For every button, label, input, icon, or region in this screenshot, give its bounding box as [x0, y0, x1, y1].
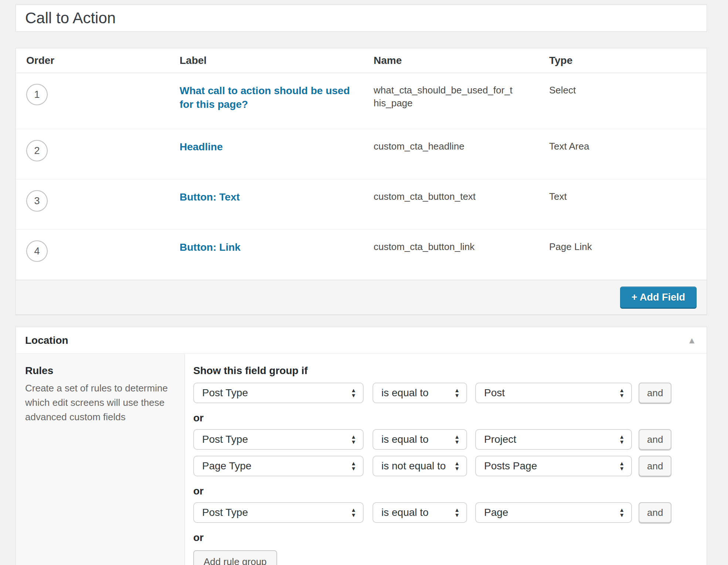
fields-table-panel: Order Label Name Type 1 What call to act…	[16, 48, 707, 315]
add-field-button[interactable]: + Add Field	[620, 287, 697, 308]
rule-value-select[interactable]: Post ▲▼	[475, 383, 632, 403]
label-cell: What call to action should be used for t…	[169, 73, 363, 129]
selected-value: Page Type	[202, 460, 251, 472]
add-and-rule-button[interactable]: and	[639, 456, 671, 476]
rule-value-select[interactable]: Project ▲▼	[475, 429, 632, 450]
selected-value: Post Type	[202, 434, 248, 445]
field-order-number: 3	[34, 195, 40, 207]
field-order-number: 2	[34, 145, 40, 157]
field-name: custom_cta_button_link	[363, 230, 522, 280]
selected-value: Posts Page	[484, 460, 537, 472]
field-label-link[interactable]: Button: Text	[180, 190, 240, 204]
select-arrows-icon: ▲▼	[454, 388, 460, 398]
location-rule-row: Post Type ▲▼ is equal to ▲▼ Page ▲▼ and	[193, 502, 698, 523]
select-arrows-icon: ▲▼	[619, 388, 625, 398]
rules-sidebar: Rules Create a set of rules to determine…	[16, 354, 185, 565]
select-arrows-icon: ▲▼	[351, 507, 356, 518]
select-arrows-icon: ▲▼	[351, 388, 356, 398]
field-type: Text Area	[539, 129, 707, 179]
field-label-link[interactable]: What call to action should be used for t…	[180, 84, 356, 111]
field-order-handle[interactable]: 4	[26, 240, 48, 262]
select-arrows-icon: ▲▼	[454, 507, 460, 518]
field-group-title-input[interactable]	[16, 4, 707, 32]
field-name: custom_cta_button_text	[363, 179, 522, 229]
field-type: Page Link	[539, 230, 707, 280]
select-arrows-icon: ▲▼	[619, 461, 625, 471]
rule-param-select[interactable]: Post Type ▲▼	[193, 429, 364, 450]
selected-value: is not equal to	[381, 460, 446, 472]
select-arrows-icon: ▲▼	[351, 434, 356, 445]
selected-value: Page	[484, 507, 508, 518]
rule-operator-select[interactable]: is equal to ▲▼	[372, 502, 467, 523]
order-cell: 2	[16, 129, 169, 179]
rule-param-select[interactable]: Page Type ▲▼	[193, 456, 364, 476]
selected-value: Post	[484, 387, 505, 399]
or-separator-label: or	[193, 532, 698, 544]
rule-operator-select[interactable]: is not equal to ▲▼	[372, 456, 467, 476]
label-cell: Button: Link	[169, 230, 363, 280]
field-type: Select	[539, 73, 707, 129]
order-cell: 4	[16, 230, 169, 280]
selected-value: is equal to	[381, 507, 429, 518]
fields-table-footer: + Add Field	[16, 280, 707, 314]
table-row: 2 Headline custom_cta_headline Text Area	[16, 129, 707, 179]
table-row: 3 Button: Text custom_cta_button_text Te…	[16, 179, 707, 230]
location-rule-row: Post Type ▲▼ is equal to ▲▼ Project ▲▼ a…	[193, 429, 698, 450]
table-row: 4 Button: Link custom_cta_button_link Pa…	[16, 230, 707, 280]
selected-value: is equal to	[381, 387, 429, 399]
field-order-handle[interactable]: 2	[26, 140, 48, 161]
column-header-name: Name	[363, 48, 539, 73]
table-row: 1 What call to action should be used for…	[16, 73, 707, 129]
label-cell: Button: Text	[169, 179, 363, 229]
field-type: Text	[539, 179, 707, 229]
rule-value-select[interactable]: Page ▲▼	[475, 502, 632, 523]
location-rule-row: Page Type ▲▼ is not equal to ▲▼ Posts Pa…	[193, 456, 698, 476]
location-panel-title: Location	[25, 335, 68, 346]
selected-value: Project	[484, 434, 516, 445]
column-header-order: Order	[16, 48, 169, 73]
rules-heading: Rules	[25, 365, 174, 377]
select-arrows-icon: ▲▼	[619, 434, 625, 445]
collapse-panel-icon[interactable]: ▲	[687, 327, 696, 353]
location-panel: Location ▲ Rules Create a set of rules t…	[16, 327, 707, 565]
or-separator-label: or	[193, 485, 698, 497]
location-rule-row: Post Type ▲▼ is equal to ▲▼ Post ▲▼ and	[193, 383, 698, 403]
or-separator-label: or	[193, 412, 698, 424]
order-cell: 1	[16, 73, 169, 129]
select-arrows-icon: ▲▼	[454, 461, 460, 471]
select-arrows-icon: ▲▼	[454, 434, 460, 445]
select-arrows-icon: ▲▼	[619, 507, 625, 518]
label-cell: Headline	[169, 129, 363, 179]
rule-value-select[interactable]: Posts Page ▲▼	[475, 456, 632, 476]
add-and-rule-button[interactable]: and	[639, 429, 671, 450]
location-panel-header: Location ▲	[16, 327, 707, 354]
column-header-label: Label	[169, 48, 363, 73]
show-field-group-if-label: Show this field group if	[193, 365, 698, 377]
acf-field-group-editor: Order Label Name Type 1 What call to act…	[16, 0, 707, 565]
field-order-handle[interactable]: 3	[26, 190, 48, 212]
add-rule-group-button[interactable]: Add rule group	[193, 550, 277, 565]
field-order-number: 4	[34, 246, 40, 257]
add-and-rule-button[interactable]: and	[639, 502, 671, 523]
rule-operator-select[interactable]: is equal to ▲▼	[372, 429, 467, 450]
selected-value: Post Type	[202, 387, 248, 399]
field-order-handle[interactable]: 1	[26, 84, 48, 105]
add-and-rule-button[interactable]: and	[639, 383, 671, 403]
location-rules-area: Show this field group if Post Type ▲▼ is…	[185, 354, 707, 565]
field-name: what_cta_should_be_used_for_this_page	[363, 73, 522, 129]
fields-table-header-row: Order Label Name Type	[16, 48, 707, 73]
select-arrows-icon: ▲▼	[351, 461, 356, 471]
field-label-link[interactable]: Button: Link	[180, 240, 241, 254]
column-header-type: Type	[539, 48, 707, 73]
rule-param-select[interactable]: Post Type ▲▼	[193, 502, 364, 523]
location-panel-body: Rules Create a set of rules to determine…	[16, 354, 707, 565]
order-cell: 3	[16, 179, 169, 229]
rules-description: Create a set of rules to determine which…	[25, 381, 174, 424]
selected-value: Post Type	[202, 507, 248, 518]
field-order-number: 1	[34, 89, 40, 100]
field-label-link[interactable]: Headline	[180, 140, 223, 154]
rule-operator-select[interactable]: is equal to ▲▼	[372, 383, 467, 403]
rule-param-select[interactable]: Post Type ▲▼	[193, 383, 364, 403]
selected-value: is equal to	[381, 434, 429, 445]
field-name: custom_cta_headline	[363, 129, 522, 179]
